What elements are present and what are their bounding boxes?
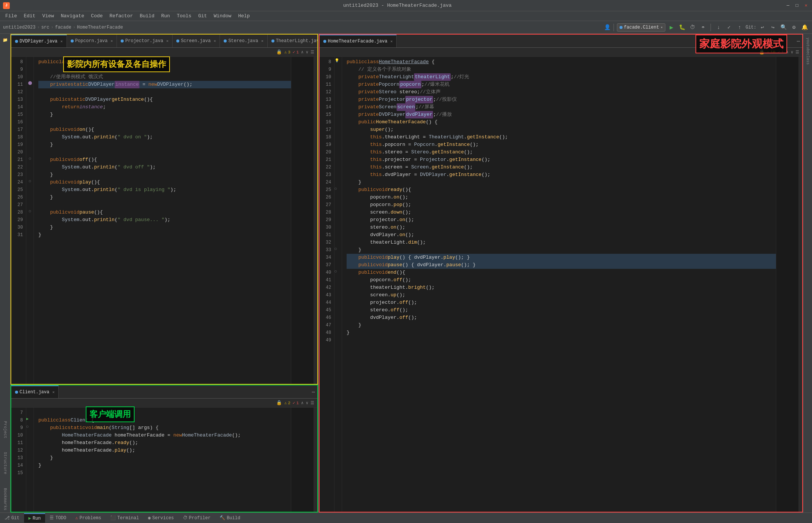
close-button[interactable]: ✕ <box>803 3 809 9</box>
tab-stereo-close[interactable]: ✕ <box>261 39 264 43</box>
breadcrumb-class[interactable]: HomeTheaterFacade <box>77 25 123 30</box>
facade-code-area[interactable]: 891011 12131415 16171819 20212223 242526… <box>320 57 802 512</box>
editor-options[interactable]: ☰ <box>311 50 314 55</box>
menu-help[interactable]: Help <box>235 12 253 20</box>
client-tab-overflow[interactable]: ⋯ <box>310 389 317 395</box>
bottom-tab-run[interactable]: ▶ Run <box>24 513 45 523</box>
profiler-label: Profiler <box>189 515 211 521</box>
tab-popcorn-close[interactable]: ✕ <box>111 39 113 43</box>
bottom-tab-profiler[interactable]: ⏱ Profiler <box>179 514 215 522</box>
settings-button[interactable]: ⚙ <box>789 23 798 32</box>
bottom-tab-problems[interactable]: ⚠ Problems <box>71 514 106 522</box>
facade-tab-overflow[interactable]: ⋯ <box>795 38 802 44</box>
bottom-tab-services[interactable]: ◉ Services <box>144 514 179 522</box>
nav-down[interactable]: ∨ <box>306 50 308 55</box>
facade-options[interactable]: ☰ <box>795 50 799 55</box>
dvdplayer-code[interactable]: public class DVDPlayer { //使用单例模式 饿汉式 pr… <box>34 57 291 384</box>
bottom-tab-build[interactable]: 🔨 Build <box>215 514 245 522</box>
client-options[interactable]: ☰ <box>311 400 314 405</box>
tab-dvdplayer[interactable]: DVDPlayer.java ✕ <box>11 35 67 47</box>
facade-nav-up[interactable]: ∧ <box>786 50 789 55</box>
menu-code[interactable]: Code <box>88 12 106 20</box>
facade-scroll[interactable] <box>798 57 802 512</box>
client-nav-down[interactable]: ∨ <box>306 400 308 405</box>
dvdplayer-code-area[interactable]: 891011 12131415 16171819 20212223 242526… <box>11 57 317 384</box>
client-tab-bar: Client.java ✕ ⋯ <box>11 385 317 399</box>
git-label: Git: <box>745 25 756 30</box>
facade-line-numbers: 891011 12131415 16171819 20212223 242526… <box>320 57 335 512</box>
title-bar-left: J <box>3 2 10 9</box>
bottom-tab-git[interactable]: ⎇ Git <box>0 514 24 522</box>
tab-client-close[interactable]: ✕ <box>52 390 55 394</box>
left-minimap <box>291 57 314 384</box>
services-icon: ◉ <box>148 515 151 521</box>
run-icon: ▶ <box>29 515 31 521</box>
tab-facade[interactable]: HomeTheaterFacade.java ✕ <box>320 35 397 47</box>
bottom-tab-terminal[interactable]: ⬛ Terminal <box>106 514 144 522</box>
project-tool-button[interactable]: 📁 <box>1 35 10 44</box>
facade-code[interactable]: public class HomeTheaterFacade { // 定义各个… <box>342 57 776 512</box>
youtuber-label[interactable]: youtubeclass <box>805 35 810 67</box>
menu-file[interactable]: File <box>2 12 20 20</box>
coverage-button[interactable]: ☂ <box>698 23 707 32</box>
redo-button[interactable]: ↪ <box>768 23 777 32</box>
client-scroll[interactable] <box>314 408 317 512</box>
menu-build[interactable]: Build <box>137 12 158 20</box>
menu-run[interactable]: Run <box>158 12 173 20</box>
client-editor-panel: 客户端调用 Client.java ✕ ⋯ 🔒 ⚠ 2 ✓ <box>11 385 318 512</box>
tab-stereo[interactable]: Stereo.java ✕ <box>220 35 267 47</box>
build-label: Build <box>227 515 240 521</box>
line-numbers: 891011 12131415 16171819 20212223 242526… <box>11 57 26 384</box>
readonly-icon: 🔒 <box>276 49 282 55</box>
client-nav-up[interactable]: ∧ <box>301 400 304 405</box>
tab-screen[interactable]: Screen.java ✕ <box>173 35 220 47</box>
tab-screen-close[interactable]: ✕ <box>214 39 216 43</box>
left-scroll[interactable] <box>314 57 317 384</box>
menu-view[interactable]: View <box>39 12 57 20</box>
bottom-tab-todo[interactable]: ☰ TODO <box>45 514 71 522</box>
push-button[interactable]: ↑ <box>735 23 744 32</box>
tab-client[interactable]: Client.java ✕ <box>11 385 59 398</box>
facade-gutter: 💡 ◯ <box>335 57 342 512</box>
client-code-area[interactable]: 78910 11121314 15 ▶ ◯ <box>11 408 317 512</box>
tab-facade-close[interactable]: ✕ <box>390 39 392 44</box>
tab-screen-label: Screen.java <box>181 38 211 44</box>
client-code[interactable]: public class Client { public static void… <box>34 408 291 512</box>
bookmarks-label[interactable]: Bookmarks <box>2 486 8 512</box>
breadcrumb-src[interactable]: src <box>41 25 50 30</box>
search-everywhere-button[interactable]: 🔍 <box>779 23 788 32</box>
minimize-button[interactable]: ─ <box>785 3 791 9</box>
right-sidebar: youtubeclass <box>803 34 812 512</box>
tab-dvdplayer-close[interactable]: ✕ <box>61 39 63 44</box>
menu-git[interactable]: Git <box>195 12 210 20</box>
run-button[interactable]: ▶ <box>667 23 676 32</box>
menu-refactor[interactable]: Refactor <box>106 12 136 20</box>
tab-projector[interactable]: Projector.java ✕ <box>117 35 173 47</box>
run-config-selector[interactable]: facade.Client ▾ <box>617 23 666 32</box>
menu-window[interactable]: Window <box>211 12 235 20</box>
tab-projector-close[interactable]: ✕ <box>166 39 168 43</box>
app-icon: J <box>3 2 10 9</box>
tab-popcorn[interactable]: Popcorn.java ✕ <box>67 35 117 47</box>
client-minimap <box>291 408 314 512</box>
menu-tools[interactable]: Tools <box>174 12 194 20</box>
menu-edit[interactable]: Edit <box>21 12 38 20</box>
tab-theaterlight-label: TheaterLight.java <box>276 38 317 44</box>
maximize-button[interactable]: □ <box>794 3 800 9</box>
nav-up[interactable]: ∧ <box>301 50 304 55</box>
structure-label[interactable]: Structure <box>2 450 8 476</box>
breadcrumb-project[interactable]: untitled2023 <box>3 25 35 30</box>
profiler-icon: ⏱ <box>183 515 188 521</box>
menu-navigate[interactable]: Navigate <box>58 12 87 20</box>
todo-label: TODO <box>55 515 66 521</box>
project-label[interactable]: Project <box>2 419 8 441</box>
debug-button[interactable]: 🐛 <box>677 23 686 32</box>
facade-nav-down[interactable]: ∨ <box>791 50 793 55</box>
notifications-button[interactable]: 🔔 <box>800 23 809 32</box>
undo-button[interactable]: ↩ <box>758 23 767 32</box>
update-button[interactable]: ↓ <box>714 23 723 32</box>
profile-button[interactable]: ⏱ <box>688 23 697 32</box>
breadcrumb-facade[interactable]: facade <box>55 25 71 30</box>
tab-theaterlight[interactable]: TheaterLight.java ✕ <box>268 35 317 47</box>
commit-button[interactable]: ✓ <box>724 23 733 32</box>
